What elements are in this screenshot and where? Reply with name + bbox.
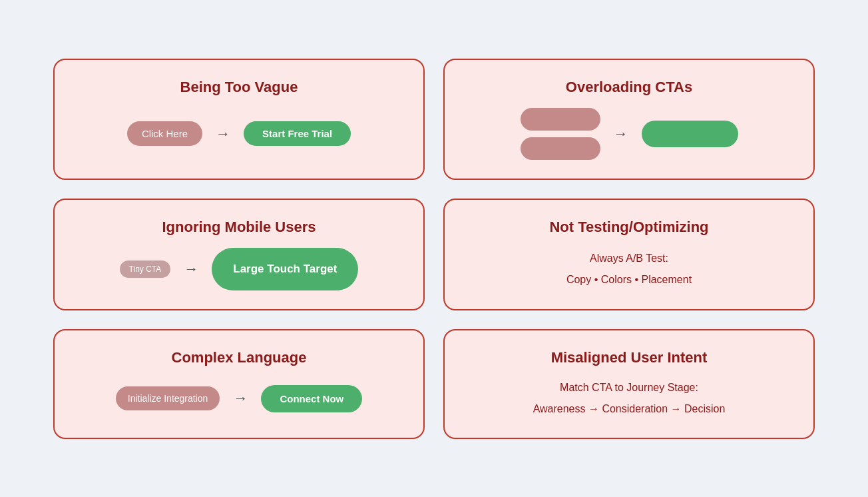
not-testing-line2: Copy • Colors • Placement [566, 271, 692, 288]
card-being-too-vague: Being Too Vague Click Here → Start Free … [53, 59, 425, 180]
card-title-ignoring-mobile: Ignoring Mobile Users [76, 219, 402, 236]
main-grid: Being Too Vague Click Here → Start Free … [0, 32, 868, 466]
single-cta-good [642, 121, 738, 147]
card-body-complex-language: Initialize Integration → Connect Now [76, 378, 402, 419]
muted-bar-1 [521, 108, 600, 131]
card-misaligned-intent: Misaligned User Intent Match CTA to Jour… [443, 329, 815, 439]
card-overloading-ctas: Overloading CTAs → [443, 59, 815, 180]
bad-cta-initialize[interactable]: Initialize Integration [116, 386, 220, 410]
card-body-not-testing: Always A/B Test: Copy • Colors • Placeme… [466, 248, 792, 290]
good-cta-start-free-trial[interactable]: Start Free Trial [244, 121, 351, 146]
arrow-icon-1: → [216, 125, 230, 143]
card-title-complex-language: Complex Language [76, 349, 402, 366]
not-testing-line1: Always A/B Test: [590, 250, 668, 267]
card-title-not-testing: Not Testing/Optimizing [466, 219, 792, 236]
good-cta-large-touch[interactable]: Large Touch Target [212, 248, 358, 290]
card-title-overloading-ctas: Overloading CTAs [466, 79, 792, 96]
card-complex-language: Complex Language Initialize Integration … [53, 329, 425, 439]
misaligned-line2: Awareness → Consideration → Decision [533, 400, 726, 418]
card-body-misaligned-intent: Match CTA to Journey Stage: Awareness → … [466, 378, 792, 419]
card-body-overloading-ctas: → [466, 108, 792, 160]
card-title-being-too-vague: Being Too Vague [76, 79, 402, 96]
good-cta-connect-now[interactable]: Connect Now [261, 385, 362, 412]
card-body-being-too-vague: Click Here → Start Free Trial [76, 108, 402, 160]
misaligned-line1: Match CTA to Journey Stage: [560, 379, 698, 396]
multiple-ctas-bad [521, 108, 600, 160]
muted-bar-2 [521, 137, 600, 160]
arrow-icon-5: → [233, 390, 248, 407]
bad-cta-click-here[interactable]: Click Here [127, 121, 202, 146]
card-body-ignoring-mobile: Tiny CTA → Large Touch Target [76, 248, 402, 290]
card-ignoring-mobile: Ignoring Mobile Users Tiny CTA → Large T… [53, 199, 425, 310]
arrow-icon-2: → [614, 125, 628, 143]
bad-cta-tiny[interactable]: Tiny CTA [120, 260, 171, 278]
card-title-misaligned-intent: Misaligned User Intent [466, 349, 792, 366]
arrow-icon-3: → [184, 260, 198, 278]
card-not-testing: Not Testing/Optimizing Always A/B Test: … [443, 199, 815, 310]
